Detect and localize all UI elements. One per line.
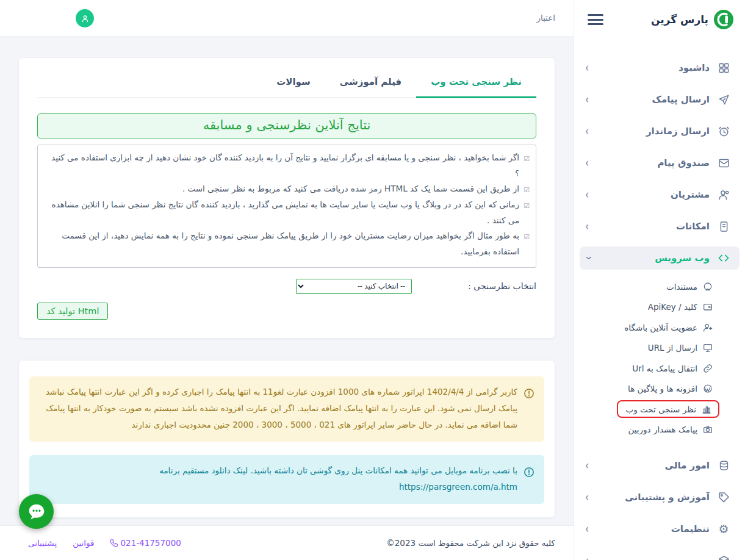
sidebar: پارس گرین داشبود › ارسال پیامک › ارسال ز… bbox=[574, 0, 745, 560]
box-icon bbox=[717, 554, 730, 560]
grid-icon bbox=[717, 61, 730, 74]
sidebar-item-training-support[interactable]: آموزش و پشتیبانی › bbox=[574, 481, 745, 513]
main-area: اعتبار نظر سنجی تحت وب فیلم آموزشی سوالا… bbox=[0, 0, 574, 560]
exclamation-circle-icon bbox=[524, 384, 534, 433]
generate-html-button[interactable]: تولید کد Html bbox=[37, 303, 108, 320]
chevron-icon: › bbox=[585, 92, 589, 107]
wordpress-icon bbox=[702, 384, 713, 394]
submenu-item-apikey[interactable]: کلید / ApiKey bbox=[574, 297, 745, 318]
tab-tutorial-video[interactable]: فیلم آموزشی bbox=[325, 66, 416, 97]
submenu-item-camera-alert-sms[interactable]: پیامک هشدار دوربین bbox=[574, 420, 745, 440]
phone-link[interactable]: 021-41757000 bbox=[110, 538, 181, 548]
sidebar-item-customers[interactable]: مشتریان › bbox=[574, 179, 745, 210]
submenu-item-forward-to-url[interactable]: انتقال پیامک به Url bbox=[574, 358, 745, 379]
sidebar-item-send-sms[interactable]: ارسال پیامک › bbox=[574, 84, 745, 115]
avatar[interactable] bbox=[76, 9, 94, 27]
poll-select[interactable]: -- انتخاب کنید -- bbox=[296, 279, 412, 294]
copyright-text: کلیه حقوق نزد این شرکت محفوظ است 2023© bbox=[386, 538, 555, 548]
sidebar-item-finance[interactable]: امور مالی › bbox=[574, 450, 745, 481]
code-icon bbox=[717, 251, 730, 265]
bar-chart-icon bbox=[701, 404, 711, 414]
description-bullet: ☑ زمانی که این کد در در وبلاگ یا وب سایت… bbox=[48, 197, 530, 228]
info-alert: با نصب برنامه موبایل می توانید همه امکان… bbox=[29, 455, 544, 504]
webservice-submenu: مستندات کلید / ApiKey عضویت آنلاین باشگا… bbox=[574, 274, 745, 443]
description-bullet: ☑ از طریق این قسمت شما یک کد HTML رمز شد… bbox=[48, 181, 530, 197]
camera-icon bbox=[702, 425, 713, 435]
generate-row: تولید کد Html bbox=[37, 303, 536, 320]
checkbox-icon: ☑ bbox=[524, 228, 530, 259]
submenu-item-plugins[interactable]: افزونه ها و پلاگین ها bbox=[574, 379, 745, 400]
document-icon bbox=[717, 220, 730, 233]
checkbox-icon: ☑ bbox=[524, 197, 530, 228]
alarm-clock-icon bbox=[717, 124, 730, 138]
user-plus-icon bbox=[702, 322, 713, 332]
sidebar-item-scheduled-send[interactable]: ارسال زماندار › bbox=[574, 115, 745, 147]
tab-web-survey[interactable]: نظر سنجی تحت وب bbox=[416, 66, 536, 98]
user-icon bbox=[81, 14, 90, 23]
sidebar-item-management[interactable]: مدیریت › bbox=[574, 545, 745, 560]
submenu-item-docs[interactable]: مستندات bbox=[574, 276, 745, 297]
gear-icon: ⚙ bbox=[717, 522, 730, 536]
submenu-item-online-club[interactable]: عضویت آنلاین باشگاه bbox=[574, 317, 745, 338]
poll-select-label: انتخاب نظرسنجی : bbox=[468, 281, 536, 291]
page-title: نتایج آنلاین نظرسنجی و مسابقه bbox=[37, 113, 536, 138]
users-icon bbox=[717, 188, 730, 201]
link-icon bbox=[702, 363, 713, 373]
description-bullet: ☑ اگر شما بخواهید ، نظر سنجی و یا مسابقه… bbox=[48, 150, 530, 181]
chevron-icon: › bbox=[585, 123, 589, 138]
chevron-icon: › bbox=[585, 218, 589, 234]
sidebar-item-settings[interactable]: ⚙ تنظیمات › bbox=[574, 513, 745, 545]
info-alert-text: با نصب برنامه موبایل می توانید همه امکان… bbox=[39, 462, 517, 495]
sidebar-item-features[interactable]: امکانات › bbox=[574, 210, 745, 242]
github-icon bbox=[702, 281, 713, 292]
submenu-item-web-survey[interactable]: نظر سنجی تحت وب bbox=[574, 399, 745, 420]
wallet-icon bbox=[702, 302, 713, 312]
chevron-icon: › bbox=[585, 458, 589, 473]
poll-select-row: انتخاب نظرسنجی : -- انتخاب کنید -- bbox=[37, 279, 536, 294]
phone-icon bbox=[110, 539, 118, 547]
warning-alert-text: کاربر گرامی از 1402/4/4 اپراتور شماره ها… bbox=[39, 384, 517, 433]
chevron-icon: › bbox=[585, 187, 589, 202]
tabs: نظر سنجی تحت وب فیلم آموزشی سوالات bbox=[37, 66, 536, 98]
chevron-icon: › bbox=[585, 489, 589, 504]
chevron-icon: › bbox=[585, 155, 589, 170]
footer: کلیه حقوق نزد این شرکت محفوظ است 2023© 0… bbox=[0, 525, 574, 560]
rules-link[interactable]: قوانین bbox=[73, 538, 94, 548]
credit-menu[interactable]: اعتبار bbox=[536, 13, 555, 23]
sidebar-item-inbox[interactable]: صندوق پیام › bbox=[574, 147, 745, 179]
description-bullet: ☑ به طور مثال اگر بخواهید میزان رضایت مش… bbox=[48, 228, 530, 259]
chat-bubble-icon bbox=[27, 502, 46, 522]
submenu-item-send-from-url[interactable]: ارسال از URL bbox=[574, 338, 745, 359]
parsgreen-logo-icon bbox=[713, 9, 734, 30]
sidebar-nav: داشبود › ارسال پیامک › ارسال زماندار › ص… bbox=[574, 52, 745, 560]
description-box: ☑ اگر شما بخواهید ، نظر سنجی و یا مسابقه… bbox=[37, 145, 536, 268]
alerts-card: کاربر گرامی از 1402/4/4 اپراتور شماره ها… bbox=[19, 361, 555, 517]
tab-questions[interactable]: سوالات bbox=[262, 66, 325, 97]
hamburger-menu-icon[interactable] bbox=[588, 12, 603, 28]
footer-links: 021-41757000 قوانین پشتیبانی bbox=[28, 538, 181, 548]
mail-icon bbox=[717, 156, 730, 170]
chevron-up-icon: › bbox=[580, 256, 596, 260]
checkbox-icon: ☑ bbox=[524, 150, 530, 181]
exclamation-circle-icon bbox=[524, 462, 534, 495]
brand-logo[interactable]: پارس گرین bbox=[651, 9, 734, 30]
coins-icon bbox=[717, 459, 730, 472]
brand-name: پارس گرین bbox=[651, 13, 708, 26]
checkbox-icon: ☑ bbox=[524, 181, 530, 197]
support-link[interactable]: پشتیبانی bbox=[28, 538, 57, 548]
sidebar-item-webservice[interactable]: وب سرویس › bbox=[580, 246, 740, 270]
send-icon bbox=[717, 93, 730, 106]
chevron-icon: › bbox=[585, 521, 589, 536]
warning-alert: کاربر گرامی از 1402/4/4 اپراتور شماره ها… bbox=[29, 376, 544, 442]
sidebar-header: پارس گرین bbox=[574, 0, 745, 39]
chevron-icon: › bbox=[585, 553, 589, 560]
chat-widget-button[interactable] bbox=[19, 494, 54, 529]
topbar: اعتبار bbox=[0, 0, 574, 37]
sidebar-item-dashboard[interactable]: داشبود › bbox=[574, 52, 745, 84]
chevron-icon: › bbox=[585, 60, 589, 75]
survey-panel-card: نظر سنجی تحت وب فیلم آموزشی سوالات نتایج… bbox=[19, 58, 555, 338]
monitor-icon bbox=[702, 343, 713, 353]
ticket-icon bbox=[717, 490, 730, 504]
